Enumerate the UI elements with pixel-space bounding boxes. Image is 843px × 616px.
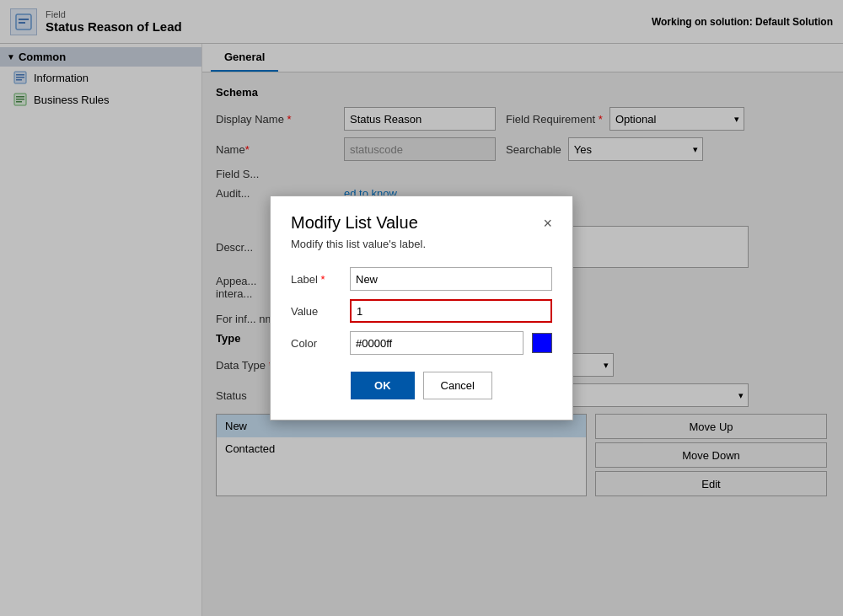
modal-label-field-label: Label * — [291, 273, 341, 286]
modal-value-row: Value — [291, 299, 552, 323]
modal-label-row: Label * — [291, 267, 552, 291]
modal-value-field-label: Value — [291, 305, 341, 318]
modal-dialog: Modify List Value × Modify this list val… — [270, 196, 573, 420]
modal-title: Modify List Value — [291, 213, 418, 233]
modal-buttons: OK Cancel — [291, 372, 552, 399]
modal-value-input[interactable] — [350, 299, 552, 323]
modal-color-input[interactable] — [350, 331, 524, 355]
modal-close-button[interactable]: × — [543, 216, 552, 231]
modal-color-field-label: Color — [291, 337, 341, 350]
color-preview-box[interactable] — [532, 333, 552, 353]
modal-label-input[interactable] — [350, 267, 552, 291]
modal-color-row: Color — [291, 331, 552, 355]
modal-header: Modify List Value × — [291, 213, 552, 233]
modal-subtitle: Modify this list value's label. — [291, 238, 552, 250]
modal-overlay: Modify List Value × Modify this list val… — [0, 0, 843, 616]
cancel-button[interactable]: Cancel — [423, 372, 492, 399]
ok-button[interactable]: OK — [351, 372, 415, 399]
